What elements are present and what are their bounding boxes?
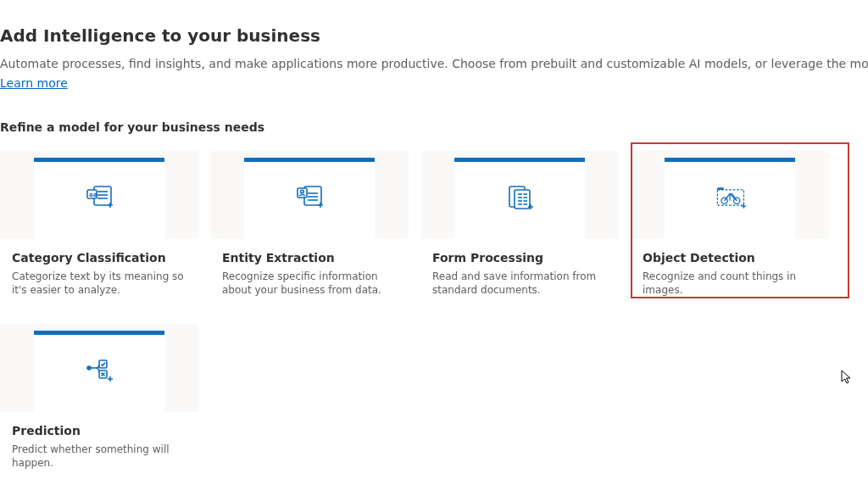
card-accent-bar	[454, 158, 585, 162]
card-body: Object Detection Recognize and count thi…	[631, 239, 829, 312]
card-accent-bar	[34, 158, 164, 162]
card-description: Recognize specific information about you…	[222, 270, 397, 297]
card-category-classification[interactable]: aa Category Classification Categorize te…	[0, 151, 198, 312]
card-accent-bar	[34, 331, 164, 335]
card-accent-bar	[244, 158, 375, 162]
card-title: Object Detection	[643, 251, 817, 265]
card-title: Form Processing	[432, 251, 607, 265]
form-processing-icon	[502, 181, 537, 216]
prediction-icon	[81, 354, 117, 389]
card-title: Entity Extraction	[222, 251, 397, 265]
mouse-cursor-icon	[841, 370, 853, 388]
card-accent-bar	[665, 158, 795, 162]
card-body: Form Processing Read and save informatio…	[420, 239, 619, 312]
card-body: Prediction Predict whether something wil…	[0, 412, 198, 479]
card-top	[665, 158, 795, 239]
card-top	[454, 158, 585, 239]
card-body: Category Classification Categorize text …	[0, 239, 198, 312]
section-title: Refine a model for your business needs	[0, 120, 868, 134]
card-description: Read and save information from standard …	[432, 270, 607, 297]
svg-point-26	[87, 366, 91, 370]
model-cards: aa Category Classification Categorize te…	[0, 151, 868, 479]
category-classification-icon: aa	[81, 181, 117, 216]
card-description: Recognize and count things in images.	[643, 270, 817, 297]
card-top: aa	[34, 158, 164, 239]
card-title: Category Classification	[12, 251, 186, 265]
page-intro: Automate processes, find insights, and m…	[0, 56, 868, 73]
entity-extraction-icon	[292, 181, 327, 216]
card-object-detection[interactable]: Object Detection Recognize and count thi…	[631, 151, 829, 312]
card-body: Entity Extraction Recognize specific inf…	[210, 239, 409, 312]
card-top	[244, 158, 375, 239]
svg-text:aa: aa	[89, 192, 97, 198]
card-prediction[interactable]: Prediction Predict whether something wil…	[0, 324, 198, 479]
svg-rect-22	[717, 190, 743, 205]
page-title: Add Intelligence to your business	[0, 25, 868, 46]
card-description: Predict whether something will happen.	[12, 443, 186, 470]
svg-rect-13	[515, 190, 530, 209]
card-form-processing[interactable]: Form Processing Read and save informatio…	[420, 151, 619, 312]
card-top	[34, 331, 164, 412]
card-entity-extraction[interactable]: Entity Extraction Recognize specific inf…	[210, 151, 409, 312]
card-title: Prediction	[12, 424, 186, 437]
learn-more-link[interactable]: Learn more	[0, 76, 68, 90]
object-detection-icon	[712, 181, 748, 216]
card-description: Categorize text by its meaning so it's e…	[12, 270, 186, 297]
